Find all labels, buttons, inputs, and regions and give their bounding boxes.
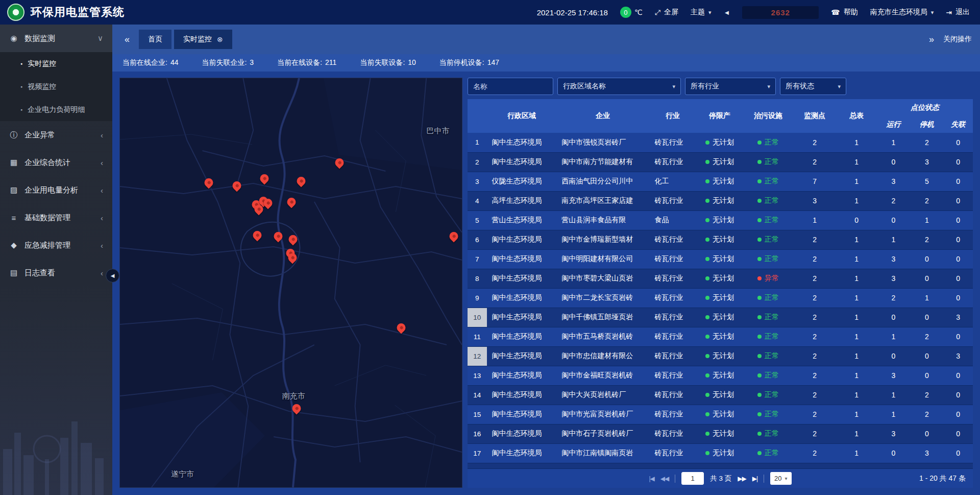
sidebar-collapse-handle[interactable]: ◀ <box>106 269 119 282</box>
cell-lost: 0 <box>944 405 973 424</box>
cell-limit: 无计划 <box>696 424 743 443</box>
cell-lost: 0 <box>944 366 973 385</box>
map-canvas[interactable]: 巴中市南充市遂宁市 <box>119 78 462 488</box>
chevron-down-icon: ▾ <box>838 83 841 90</box>
sidebar-item[interactable]: ⓘ 企业异常 ‹ <box>0 121 112 149</box>
tab-scroll-left-button[interactable]: « <box>120 33 134 46</box>
status-dot <box>757 199 762 203</box>
sidebar-item[interactable]: ● 企业电力负荷明细 <box>0 98 112 121</box>
facility-text: 正常 <box>765 429 779 437</box>
cell-points: 2 <box>793 308 837 327</box>
status-filter-select[interactable]: 所有状态 ▾ <box>780 78 846 95</box>
cell-region: 阆中生态环境局 <box>487 346 557 366</box>
tab-scroll-right-button[interactable]: » <box>925 33 938 46</box>
cell-stop: 2 <box>910 327 943 346</box>
status-dot <box>705 354 709 358</box>
double-right-icon: » <box>929 34 934 45</box>
cell-company: 阆中市忠信建材有限公 <box>556 346 649 366</box>
cell-meters: 1 <box>837 172 877 191</box>
cell-run: 1 <box>877 385 910 405</box>
table-row[interactable]: 9 阆中生态环境局 阆中市二龙长宝页岩砖 砖瓦行业 无计划 正常 <box>468 288 973 308</box>
sidebar-item[interactable]: ● 视频监控 <box>0 75 112 98</box>
sidebar-item[interactable]: ● 实时监控 <box>0 52 112 75</box>
sidebar-item[interactable]: ▦ 企业综合统计 ‹ <box>0 149 112 176</box>
logout-button[interactable]: ⇥ 退出 <box>946 8 970 17</box>
industry-filter-value: 所有行业 <box>691 82 719 91</box>
cell-stop: 3 <box>910 443 943 463</box>
brand: 环保用电监管系统 <box>7 4 125 21</box>
sidebar-item[interactable]: ▨ 企业用电量分析 ‹ <box>0 176 112 204</box>
map-city-label: 南充市 <box>282 391 305 401</box>
table-row[interactable]: 11 阆中生态环境局 阆中市五马桥页岩机砖 砖瓦行业 无计划 正常 <box>468 327 973 346</box>
table-row[interactable]: 8 阆中生态环境局 阆中市枣碧大梁山页岩 砖瓦行业 无计划 异常 <box>468 269 973 288</box>
cell-facility: 正常 <box>744 366 793 385</box>
cell-limit: 无计划 <box>696 191 743 210</box>
help-button[interactable]: ☎ 帮助 <box>831 8 857 17</box>
prev-page-button[interactable]: ◀◀ <box>660 475 669 482</box>
table-row[interactable]: 16 阆中生态环境局 阆中市石子页岩机砖厂 砖瓦行业 无计划 正常 <box>468 424 973 443</box>
org-menu[interactable]: 南充市生态环境局 ▾ <box>870 8 934 17</box>
table-row[interactable]: 3 仪陇生态环境局 西南油气田分公司川中 化工 无计划 正常 <box>468 172 973 191</box>
temperature-badge: 0 <box>620 7 631 18</box>
limit-text: 无计划 <box>713 332 734 340</box>
table-row[interactable]: 5 营山生态环境局 营山县润丰食品有限 食品 无计划 正常 <box>468 210 973 230</box>
status-dot <box>757 238 762 242</box>
col-limit: 停限产 <box>696 99 743 133</box>
menu-label: 基础数据管理 <box>24 213 94 223</box>
tab[interactable]: 实时监控 ⊗ <box>174 30 232 49</box>
cell-points: 2 <box>793 405 837 424</box>
cell-industry: 化工 <box>649 172 696 191</box>
page-size-select[interactable]: 20 ▾ <box>770 472 792 485</box>
table-row[interactable]: 13 阆中生态环境局 阆中市金福旺页岩机砖 砖瓦行业 无计划 正常 <box>468 366 973 385</box>
table-row[interactable]: 14 阆中生态环境局 阆中大兴页岩机砖厂 砖瓦行业 无计划 正常 <box>468 385 973 405</box>
stat-item: 当前在线设备: 211 <box>277 58 336 67</box>
cell-run: 1 <box>877 133 910 152</box>
menu-label: 应急减排管理 <box>24 241 94 250</box>
cell-limit: 无计划 <box>696 288 743 308</box>
sidebar-item[interactable]: ◆ 应急减排管理 ‹ <box>0 231 112 259</box>
sidebar-item[interactable]: ▤ 日志查看 ‹ <box>0 259 112 287</box>
cell-points: 2 <box>793 463 837 468</box>
tab-close-icon[interactable]: ⊗ <box>217 35 223 43</box>
facility-text: 正常 <box>765 216 779 224</box>
last-page-button[interactable]: ▶| <box>752 475 757 482</box>
sidebar-item[interactable]: ◉ 数据监测 ∨ <box>0 25 112 52</box>
table-row[interactable]: 18 南部生态环境局 南部县双佛页岩砖厂 砖瓦行业 无计划 正常 <box>468 463 973 468</box>
cell-company: 阆中市二龙长宝页岩砖 <box>556 288 649 308</box>
region-filter-select[interactable]: 行政区域名称 ▾ <box>557 78 681 95</box>
industry-filter-select[interactable]: 所有行业 ▾ <box>685 78 776 95</box>
divider <box>764 475 764 483</box>
status-dot <box>757 218 762 222</box>
table-row[interactable]: 4 高坪生态环境局 南充市高坪区王家店建 砖瓦行业 无计划 正常 <box>468 191 973 210</box>
close-operations-button[interactable]: 关闭操作 <box>943 35 972 44</box>
cell-company: 阆中市石子页岩机砖厂 <box>556 424 649 443</box>
cell-limit: 无计划 <box>696 327 743 346</box>
table-row[interactable]: 2 阆中生态环境局 阆中市南方节能建材有 砖瓦行业 无计划 正常 <box>468 152 973 172</box>
cell-run: 3 <box>877 424 910 443</box>
name-filter-input[interactable] <box>468 78 553 95</box>
table-row[interactable]: 12 阆中生态环境局 阆中市忠信建材有限公 砖瓦行业 无计划 正常 <box>468 346 973 366</box>
table-row[interactable]: 7 阆中生态环境局 阆中明阳建材有限公司 砖瓦行业 无计划 正常 <box>468 249 973 269</box>
status-dot <box>705 238 709 242</box>
speaker-icon[interactable]: ◄ <box>723 9 730 16</box>
cell-company: 阆中市南方节能建材有 <box>556 152 649 172</box>
stat-item: 当前在线企业: 44 <box>122 58 178 67</box>
cell-facility: 正常 <box>744 210 793 230</box>
page-number-input[interactable] <box>681 472 704 485</box>
table-row[interactable]: 6 阆中生态环境局 阆中市金博瑞新型墙材 砖瓦行业 无计划 正常 <box>468 230 973 249</box>
table-row[interactable]: 10 阆中生态环境局 阆中千佛镇五郎垭页岩 砖瓦行业 无计划 正常 <box>468 308 973 327</box>
table-row[interactable]: 15 阆中生态环境局 阆中市光富页岩机砖厂 砖瓦行业 无计划 正常 <box>468 405 973 424</box>
table-row[interactable]: 1 阆中生态环境局 阆中市强锐页岩砖厂 砖瓦行业 无计划 正常 <box>468 133 973 152</box>
status-dot <box>757 315 762 319</box>
tab[interactable]: 首页 <box>139 30 172 49</box>
sidebar-item[interactable]: ≡ 基础数据管理 ‹ <box>0 204 112 231</box>
cell-industry: 砖瓦行业 <box>649 385 696 405</box>
filter-bar: 行政区域名称 ▾ 所有行业 ▾ 所有状态 ▾ <box>468 78 973 95</box>
first-page-button[interactable]: |◀ <box>649 475 654 482</box>
theme-menu[interactable]: 主题 ▾ <box>691 8 712 17</box>
table-row[interactable]: 17 阆中生态环境局 阆中市江南镇阆南页岩 砖瓦行业 无计划 正常 <box>468 443 973 463</box>
fullscreen-button[interactable]: ⤢ 全屏 <box>655 8 678 17</box>
next-page-button[interactable]: ▶▶ <box>738 475 746 482</box>
status-dot <box>705 412 709 416</box>
cell-region: 阆中生态环境局 <box>487 152 557 172</box>
